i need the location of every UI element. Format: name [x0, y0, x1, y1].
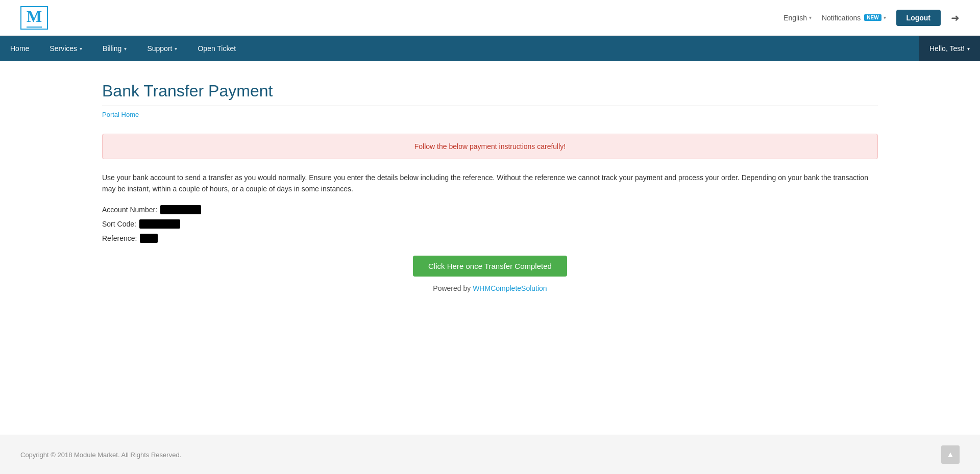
cta-area: Click Here once Transfer Completed	[102, 256, 878, 277]
alert-text: Follow the below payment instructions ca…	[414, 142, 566, 151]
nav-item-support[interactable]: Support ▾	[137, 36, 187, 61]
powered-by-prefix: Powered by	[433, 284, 473, 292]
logo-icon: M	[20, 6, 48, 30]
reference-value	[140, 234, 158, 243]
logout-icon[interactable]: ➜	[951, 12, 960, 24]
footer: Copyright © 2018 Module Market. All Righ…	[0, 435, 980, 474]
body-text: Use your bank account to send a transfer…	[102, 172, 878, 195]
nav-bar: Home Services ▾ Billing ▾ Support ▾ Open…	[0, 36, 980, 61]
account-number-row: Account Number:	[102, 205, 878, 214]
nav-items: Home Services ▾ Billing ▾ Support ▾ Open…	[0, 36, 919, 61]
language-caret-icon: ▾	[809, 15, 812, 20]
reference-label: Reference:	[102, 234, 137, 242]
notifications-label: Notifications	[822, 14, 861, 22]
account-number-label: Account Number:	[102, 206, 157, 214]
transfer-completed-button[interactable]: Click Here once Transfer Completed	[413, 256, 567, 277]
nav-services-label: Services	[50, 44, 77, 53]
logout-button[interactable]: Logout	[896, 10, 941, 26]
nav-item-services[interactable]: Services ▾	[39, 36, 92, 61]
notifications-selector[interactable]: Notifications NEW ▾	[822, 14, 886, 22]
main-content: Bank Transfer Payment Portal Home Follow…	[0, 61, 980, 435]
account-number-value	[160, 205, 201, 214]
reference-row: Reference:	[102, 234, 878, 243]
nav-billing-caret-icon: ▾	[124, 46, 127, 52]
nav-home-label: Home	[10, 44, 29, 53]
nav-support-label: Support	[147, 44, 172, 53]
powered-by: Powered by WHMCompleteSolution	[102, 284, 878, 292]
nav-billing-label: Billing	[103, 44, 121, 53]
notifications-caret-icon: ▾	[884, 15, 886, 20]
breadcrumb-home-link[interactable]: Portal Home	[102, 111, 139, 118]
user-menu[interactable]: Hello, Test! ▾	[919, 36, 980, 61]
page-title: Bank Transfer Payment	[102, 82, 878, 101]
user-menu-caret-icon: ▾	[967, 46, 970, 52]
sort-code-value	[139, 219, 180, 229]
top-bar: M English ▾ Notifications NEW ▾ Logout ➜	[0, 0, 980, 36]
sort-code-label: Sort Code:	[102, 220, 136, 228]
user-greeting-label: Hello, Test!	[929, 44, 965, 53]
footer-copyright: Copyright © 2018 Module Market. All Righ…	[20, 451, 181, 459]
sort-code-row: Sort Code:	[102, 219, 878, 229]
language-selector[interactable]: English ▾	[783, 14, 812, 22]
nav-support-caret-icon: ▾	[175, 46, 177, 52]
nav-item-home[interactable]: Home	[0, 36, 39, 61]
whm-link[interactable]: WHMCompleteSolution	[473, 284, 547, 292]
logo-area: M	[20, 6, 48, 30]
nav-open-ticket-label: Open Ticket	[198, 44, 236, 53]
nav-services-caret-icon: ▾	[80, 46, 82, 52]
nav-item-open-ticket[interactable]: Open Ticket	[187, 36, 246, 61]
alert-box: Follow the below payment instructions ca…	[102, 134, 878, 159]
top-right-controls: English ▾ Notifications NEW ▾ Logout ➜	[783, 10, 960, 26]
nav-item-billing[interactable]: Billing ▾	[92, 36, 137, 61]
breadcrumb: Portal Home	[102, 106, 878, 118]
notifications-badge: NEW	[864, 14, 881, 21]
scroll-top-button[interactable]: ▲	[941, 445, 960, 464]
language-label: English	[783, 14, 807, 22]
payment-details: Account Number: Sort Code: Reference:	[102, 205, 878, 243]
